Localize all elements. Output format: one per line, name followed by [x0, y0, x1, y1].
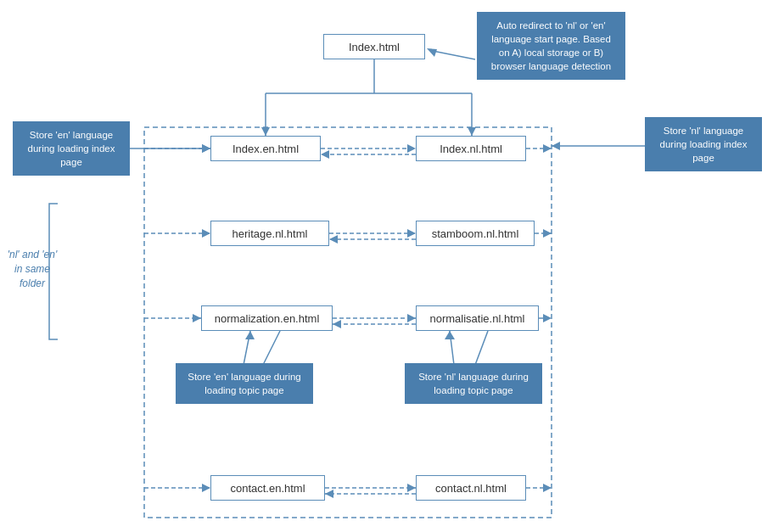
- node-index: Index.html: [323, 34, 425, 59]
- svg-marker-30: [543, 314, 552, 322]
- svg-marker-18: [329, 235, 338, 244]
- svg-marker-32: [407, 484, 416, 492]
- node-index-en: Index.en.html: [210, 136, 321, 161]
- svg-marker-3: [261, 127, 270, 136]
- svg-marker-8: [407, 144, 416, 153]
- svg-marker-26: [333, 320, 341, 328]
- connection-lines: [0, 0, 773, 532]
- node-stamboom: stamboom.nl.html: [416, 221, 535, 246]
- svg-marker-49: [445, 331, 455, 339]
- node-heritage: heritage.nl.html: [210, 221, 329, 246]
- callout-store-en-topic: Store 'en' language during loading topic…: [176, 363, 313, 404]
- svg-line-48: [450, 331, 454, 365]
- svg-marker-14: [543, 144, 552, 153]
- node-contact-en: contact.en.html: [210, 475, 325, 501]
- svg-marker-38: [543, 484, 552, 492]
- svg-line-50: [475, 331, 488, 365]
- svg-marker-16: [407, 229, 416, 238]
- svg-marker-5: [468, 127, 476, 136]
- svg-marker-20: [202, 229, 210, 238]
- svg-line-45: [244, 331, 250, 365]
- node-contact-nl: contact.nl.html: [416, 475, 526, 501]
- svg-marker-24: [407, 314, 416, 322]
- svg-line-39: [433, 51, 475, 59]
- svg-marker-12: [202, 144, 210, 153]
- node-normalization: normalization.en.html: [201, 305, 333, 331]
- callout-store-nl-index: Store 'nl' language during loading index…: [645, 117, 762, 171]
- svg-marker-28: [193, 314, 201, 322]
- svg-marker-46: [245, 331, 255, 339]
- node-normalisatie: normalisatie.nl.html: [416, 305, 539, 331]
- svg-marker-34: [325, 490, 333, 498]
- svg-marker-40: [427, 48, 437, 57]
- svg-marker-36: [202, 484, 210, 492]
- callout-auto-redirect: Auto redirect to 'nl' or 'en' language s…: [477, 12, 625, 80]
- svg-marker-44: [552, 142, 560, 150]
- svg-line-47: [263, 331, 280, 365]
- node-index-nl: Index.nl.html: [416, 136, 526, 161]
- diagram: Index.html Index.en.html Index.nl.html h…: [0, 0, 773, 532]
- callout-store-en-index: Store 'en' language during loading index…: [13, 121, 130, 176]
- callout-store-nl-topic: Store 'nl' language during loading topic…: [405, 363, 542, 404]
- svg-marker-42: [202, 144, 210, 153]
- bracket-label-same-folder: 'nl' and 'en' in same folder: [7, 248, 58, 290]
- svg-marker-10: [321, 150, 329, 159]
- svg-marker-22: [543, 229, 552, 238]
